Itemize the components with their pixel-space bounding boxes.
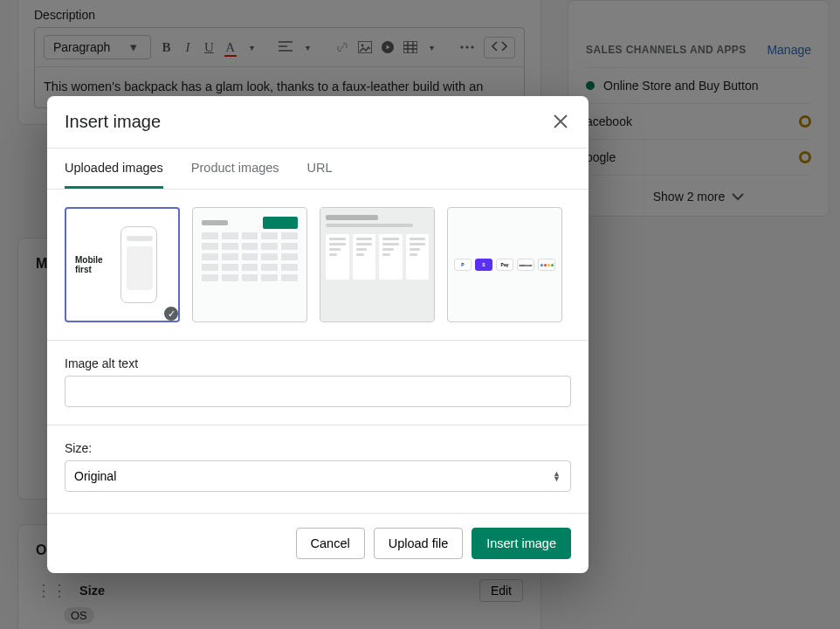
paypal-logo-icon: P [454,259,472,271]
shoppay-logo-icon: S [475,259,492,271]
cancel-button[interactable]: Cancel [296,528,365,559]
size-select[interactable]: Original [65,460,571,492]
insert-image-modal: Insert image Uploaded images Product ima… [47,96,589,573]
googlepay-logo-icon [538,259,555,271]
tab-product-images[interactable]: Product images [191,149,279,189]
size-label: Size: [65,441,571,455]
uploaded-image-thumbnail[interactable]: Mobile first ✓ [65,207,180,322]
thumb-caption: Mobile first [75,255,103,274]
modal-tabs: Uploaded images Product images URL [47,148,589,190]
uploaded-image-thumbnail[interactable] [320,207,435,322]
page-root: Description Paragraph ▾ B I U A ▾ ▾ [0,0,840,629]
image-gallery: Mobile first ✓ [47,190,589,341]
alt-text-section: Image alt text [47,341,589,425]
modal-header: Insert image [47,96,589,148]
selected-check-icon: ✓ [162,305,180,322]
alt-text-input[interactable] [65,376,571,407]
tab-url[interactable]: URL [307,149,333,189]
modal-title: Insert image [65,112,161,132]
uploaded-image-thumbnail[interactable] [192,207,307,322]
size-section: Size: Original ▲▼ [47,425,589,513]
upload-file-button[interactable]: Upload file [374,528,464,559]
applepay-logo-icon: Pay [496,259,513,271]
uploaded-image-thumbnail[interactable]: P S Pay amazon [447,207,562,322]
close-button[interactable] [552,113,571,132]
tab-uploaded-images[interactable]: Uploaded images [65,149,163,189]
amazonpay-logo-icon: amazon [517,259,534,271]
modal-footer: Cancel Upload file Insert image [47,513,589,573]
insert-image-button[interactable]: Insert image [472,528,571,559]
alt-text-label: Image alt text [65,356,571,370]
